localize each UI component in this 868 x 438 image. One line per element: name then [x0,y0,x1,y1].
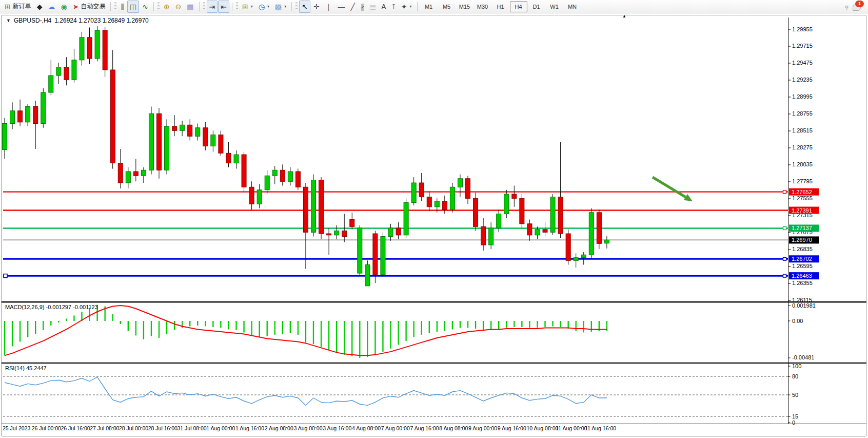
candle [334,231,339,235]
candle [242,155,246,187]
horizontal-line-button[interactable]: — [335,1,347,13]
templates-icon: ▨ [275,3,282,10]
price-axis-tick: 1.27555 [792,195,813,201]
vertical-line-button[interactable]: ｜ [323,1,335,13]
candle [350,220,354,227]
line-handle[interactable] [783,257,786,260]
bar-chart-button[interactable]: ⫼ [118,1,126,13]
text-button[interactable]: A [379,1,388,13]
indicators-icon: ⊞ [242,3,248,10]
timeframe-w1-button[interactable]: W1 [546,1,563,12]
rsi-indicator-label: RSI(14) 45.2447 [5,365,47,371]
cursor-button[interactable]: ↖ [299,1,310,13]
candle [535,230,540,235]
time-axis-label: 7 Aug 16:00 [410,425,439,431]
candle [597,213,601,243]
channel-button[interactable]: ∦ [358,1,367,13]
candle [574,258,578,260]
line-handle[interactable] [4,274,7,278]
candle [95,30,100,59]
chart-shift-marker-icon[interactable]: ▲ [622,14,626,18]
dropdown-caret-icon[interactable]: ▾ [410,4,412,9]
rsi-axis-tick: 15 [792,413,798,420]
text-icon: A [381,3,386,10]
candle [219,135,223,154]
dropdown-caret-icon[interactable]: ▾ [284,4,286,9]
label-button[interactable]: ⊺ [389,1,398,13]
candle [566,234,570,260]
arrows-button[interactable]: ✦▾ [399,1,415,13]
cursor-icon: ↖ [302,3,308,10]
candle [527,224,532,235]
line-handle[interactable] [783,274,786,277]
zoom-out-button[interactable]: ⊖ [173,1,184,13]
fibonacci-button[interactable]: 𝄙 [367,1,378,13]
line-handle[interactable] [783,191,786,194]
candle [157,113,162,170]
trendline-button[interactable]: ╱ [348,1,357,13]
indicators-button[interactable]: ⊞▾ [240,1,255,13]
tile-windows-button[interactable]: ▦ [184,1,196,13]
price-axis-tick: 1.27795 [792,178,813,184]
signals-button[interactable]: ◉ [58,1,70,13]
candle [126,172,130,183]
candle [481,226,486,245]
timeframe-m30-button[interactable]: M30 [474,1,491,12]
timeframe-m15-button[interactable]: M15 [456,1,474,12]
new-order-button[interactable]: ⊞新订单 [2,1,34,13]
chart-shift-button[interactable]: ⇤ [218,1,229,13]
candle [442,201,447,210]
time-axis-label: 4 Aug 08:00 [352,425,381,431]
candle [466,179,470,198]
candle [319,180,324,234]
symbol-period-label: GBPUSD-,H4 [14,17,51,24]
time-axis-label: 9 Aug 16:00 [498,425,526,431]
candle [512,194,517,198]
toolbar-grip [236,2,238,11]
timeframe-m1-button[interactable]: M1 [420,1,438,12]
timeframe-h1-button[interactable]: H1 [492,1,509,12]
candle [396,228,401,235]
ohlc-values: 1.26924 1.27023 1.26849 1.26970 [54,17,149,24]
price-chart-canvas[interactable]: 1.299551.297151.294751.292351.289951.287… [0,0,868,438]
timeframe-h4-button[interactable]: H4 [510,1,527,12]
zoom-in-button[interactable]: ⊕ [161,1,172,13]
price-axis-tick: 1.29955 [792,26,813,32]
candle [581,255,586,257]
periods-button[interactable]: ◷▾ [256,1,272,13]
candle [118,163,123,183]
auto-trading-button[interactable]: ➤自动交易 [70,1,108,13]
candle [141,170,146,176]
candle [311,180,316,233]
time-axis-label: 31 Jul 08:00 [177,425,207,431]
candle [489,228,494,245]
profile-button[interactable]: ☁ [46,1,58,13]
price-axis-tick: 1.28275 [792,144,813,150]
candle [520,198,524,223]
vertical-line-icon: ｜ [325,3,332,10]
collapse-arrow-icon[interactable]: ▼ [6,18,11,23]
trend-arrow-object[interactable] [653,177,685,197]
line-handle[interactable] [783,226,786,230]
price-axis-tick: 1.28995 [792,93,813,100]
market-watch-button[interactable]: ◆ [34,1,45,13]
line-chart-button[interactable]: ∿ [140,1,151,13]
timeframe-m5-button[interactable]: M5 [438,1,456,12]
candle [188,125,192,136]
crosshair-button[interactable]: ✛ [311,1,322,13]
timeframe-mn-button[interactable]: MN [564,1,581,12]
timeframe-d1-button[interactable]: D1 [528,1,545,12]
candlestick-button[interactable]: ◫ [127,1,139,13]
notifications-button[interactable]: 1 [853,2,863,11]
dropdown-caret-icon[interactable]: ▾ [267,4,269,9]
auto-scroll-button[interactable]: ⇥ [207,1,218,13]
templates-button[interactable]: ▨▾ [272,1,289,13]
candle [195,128,200,136]
periods-icon: ◷ [259,3,265,10]
candle [280,170,285,181]
search-icon[interactable]: ⌕ [841,2,851,11]
price-line-value: 1.26970 [792,237,812,243]
rsi-axis-tick: 80 [792,373,798,379]
dropdown-caret-icon[interactable]: ▾ [251,4,253,9]
toolbar-grip [114,2,116,11]
